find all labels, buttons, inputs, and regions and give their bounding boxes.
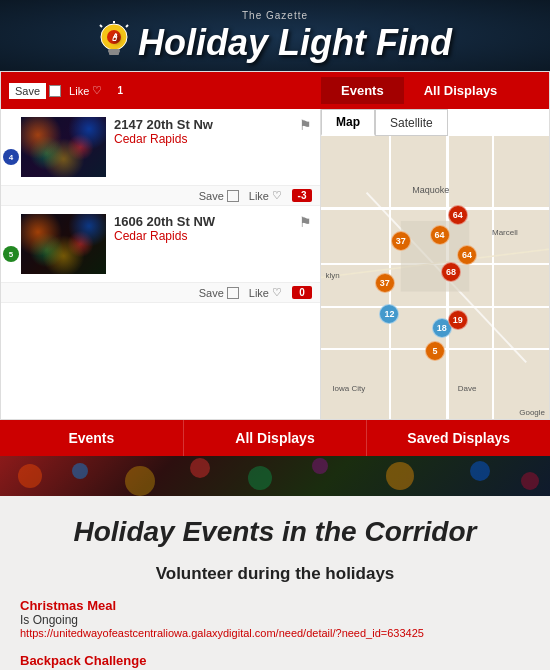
heart-icon-top: ♡ (92, 84, 102, 97)
listing-city-2: Cedar Rapids (114, 229, 291, 243)
svg-text:🕯: 🕯 (109, 32, 119, 43)
heart-icon-1: ♡ (272, 189, 282, 202)
listings-map-container: 4 2147 20th St Nw Cedar Rapids ⚑ (1, 109, 549, 419)
listing-main-1: 4 2147 20th St Nw Cedar Rapids ⚑ (1, 109, 320, 185)
svg-point-17 (72, 463, 88, 479)
map-badge-2: 5 (3, 246, 19, 262)
top-panel: Save Like ♡ 1 Events All Displays 4 (0, 71, 550, 420)
save-btn-1[interactable]: Save (199, 190, 239, 202)
listing-info-1: 2147 20th St Nw Cedar Rapids (114, 117, 291, 146)
event-name-1[interactable]: Backpack Challenge (20, 653, 530, 668)
listing-address-1: 2147 20th St Nw (114, 117, 291, 132)
nav-tab-events[interactable]: Events (0, 420, 184, 456)
events-section: Holiday Events in the Corridor Volunteer… (0, 496, 550, 670)
like-btn-1[interactable]: Like ♡ (249, 189, 282, 202)
map-tab-satellite[interactable]: Satellite (375, 109, 448, 136)
svg-rect-2 (109, 52, 119, 55)
svg-point-23 (470, 461, 490, 481)
listing-city-1: Cedar Rapids (114, 132, 291, 146)
site-header: The Gazette 🕯 Holiday Light Find (0, 0, 550, 71)
listing-main-2: 5 1606 20th St NW Cedar Rapids ⚑ (1, 206, 320, 282)
tab-all-displays[interactable]: All Displays (404, 77, 518, 104)
svg-text:Marcell: Marcell (492, 228, 518, 237)
nav-tab-all-displays[interactable]: All Displays (184, 420, 368, 456)
bokeh-strip (0, 456, 550, 496)
map-header-tabs: Save Like ♡ 1 Events All Displays (1, 72, 549, 109)
listing-city-text-2: Cedar (114, 229, 147, 243)
like-label-2: Like (249, 287, 269, 299)
listing-item-2: 5 1606 20th St NW Cedar Rapids ⚑ (1, 206, 320, 303)
count-badge-2: 0 (292, 286, 312, 299)
nav-tabs: Events All Displays Saved Displays (0, 420, 550, 456)
map-panel: Map Satellite (321, 109, 549, 419)
listing-city-suffix-2: Rapids (150, 229, 187, 243)
map-background: Maquoke Marcell Iowa City Dave klyn 64 6… (321, 136, 549, 419)
svg-text:Dave: Dave (458, 384, 477, 393)
svg-point-22 (386, 462, 414, 490)
map-tab-map[interactable]: Map (321, 109, 375, 136)
map-marker-64a[interactable]: 64 (430, 225, 450, 245)
listing-thumb-2 (21, 214, 106, 274)
tab-events[interactable]: Events (321, 77, 404, 104)
svg-point-21 (312, 458, 328, 474)
svg-point-24 (521, 472, 539, 490)
map-marker-68[interactable]: 68 (441, 262, 461, 282)
event-link-0[interactable]: https://unitedwayofeastcentraliowa.galax… (20, 627, 530, 639)
map-marker-5[interactable]: 5 (425, 341, 445, 361)
heart-icon-2: ♡ (272, 286, 282, 299)
svg-text:Maquoke: Maquoke (412, 185, 449, 195)
svg-line-4 (100, 25, 102, 27)
listing-actions-2: Save Like ♡ 0 (1, 282, 320, 302)
svg-text:klyn: klyn (326, 271, 340, 280)
event-name-0[interactable]: Christmas Meal (20, 598, 530, 613)
svg-point-16 (18, 464, 42, 488)
like-btn-2[interactable]: Like ♡ (249, 286, 282, 299)
checkbox-2[interactable] (227, 287, 239, 299)
thumb-lights-1 (21, 117, 106, 177)
site-title: 🕯 Holiday Light Find (0, 21, 550, 65)
listings-panel: 4 2147 20th St Nw Cedar Rapids ⚑ (1, 109, 321, 419)
save-label-1: Save (199, 190, 224, 202)
map-marker-37a[interactable]: 37 (391, 231, 411, 251)
top-count-badge: 1 (110, 84, 130, 97)
listing-city-suffix-1: Rapids (150, 132, 187, 146)
flag-icon-2[interactable]: ⚑ (299, 214, 312, 230)
bokeh-lights (0, 456, 550, 496)
top-save-btn[interactable]: Save (9, 83, 61, 99)
listing-city-text-1: Cedar (114, 132, 147, 146)
listing-actions-1: Save Like ♡ -3 (1, 185, 320, 205)
count-badge-1: -3 (292, 189, 312, 202)
events-title: Holiday Events in the Corridor (20, 516, 530, 548)
checkbox-square-top[interactable] (49, 85, 61, 97)
svg-point-18 (125, 466, 155, 496)
map-tabs: Map Satellite (321, 109, 549, 136)
flag-icon-1[interactable]: ⚑ (299, 117, 312, 133)
nav-tab-saved-displays[interactable]: Saved Displays (367, 420, 550, 456)
thumb-lights-2 (21, 214, 106, 274)
top-like-btn[interactable]: Like ♡ (69, 84, 102, 97)
listing-address-2: 1606 20th St NW (114, 214, 291, 229)
site-title-text: Holiday Light Find (138, 22, 452, 64)
svg-point-19 (190, 458, 210, 478)
gazette-label: The Gazette (0, 10, 550, 21)
bulb-icon: 🕯 (98, 21, 130, 65)
map-marker-19[interactable]: 19 (448, 310, 468, 330)
top-save-label: Save (9, 83, 46, 99)
event-date-0: Is Ongoing (20, 613, 530, 627)
top-like-label: Like (69, 85, 89, 97)
map-marker-64c[interactable]: 64 (457, 245, 477, 265)
checkbox-1[interactable] (227, 190, 239, 202)
google-attr: Google (519, 408, 545, 417)
save-label-2: Save (199, 287, 224, 299)
like-label-1: Like (249, 190, 269, 202)
map-badge-1: 4 (3, 149, 19, 165)
map-marker-64b[interactable]: 64 (448, 205, 468, 225)
listing-info-2: 1606 20th St NW Cedar Rapids (114, 214, 291, 243)
event-item-1: Backpack Challenge Until December 20th, … (20, 653, 530, 670)
map-marker-37b[interactable]: 37 (375, 273, 395, 293)
listing-thumb-1 (21, 117, 106, 177)
map-marker-12[interactable]: 12 (379, 304, 399, 324)
listing-item: 4 2147 20th St Nw Cedar Rapids ⚑ (1, 109, 320, 206)
map-container[interactable]: Maquoke Marcell Iowa City Dave klyn 64 6… (321, 136, 549, 419)
save-btn-2[interactable]: Save (199, 287, 239, 299)
